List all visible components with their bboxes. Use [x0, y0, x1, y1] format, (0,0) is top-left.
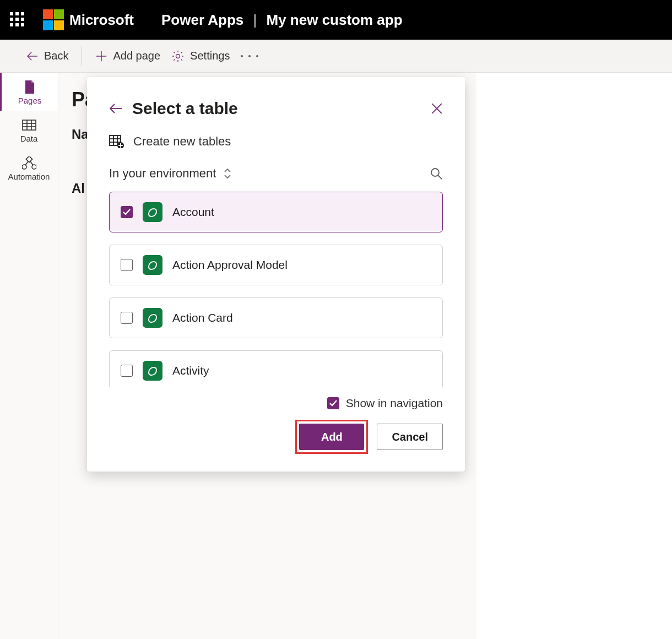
dataverse-table-icon — [143, 361, 162, 381]
add-page-button[interactable]: Add page — [95, 50, 160, 62]
back-arrow-icon[interactable] — [109, 103, 123, 114]
create-new-label: Create new tables — [133, 134, 231, 149]
gear-icon — [171, 50, 185, 63]
cancel-button[interactable]: Cancel — [377, 424, 443, 450]
flow-icon — [21, 156, 37, 170]
dialog-buttons: Add Cancel — [295, 420, 443, 454]
brand-text: Microsoft — [69, 12, 134, 29]
breadcrumb: Power Apps | My new custom app — [161, 12, 403, 29]
dialog-header: Select a table — [109, 99, 443, 118]
table-icon — [21, 118, 37, 132]
table-name: Action Approval Model — [172, 258, 288, 272]
table-item-action-approval-model[interactable]: Action Approval Model — [109, 245, 443, 285]
svg-rect-9 — [26, 156, 32, 163]
table-item-action-card[interactable]: Action Card — [109, 297, 443, 338]
table-plus-icon — [109, 135, 124, 148]
plus-icon — [95, 50, 107, 62]
environment-label: In your environment — [109, 166, 216, 181]
left-nav-rail: Pages Data Automation — [0, 73, 58, 639]
create-new-tables-button[interactable]: Create new tables — [109, 134, 443, 149]
dialog-title: Select a table — [132, 99, 422, 118]
close-icon[interactable] — [431, 102, 443, 115]
svg-line-26 — [438, 175, 442, 179]
rail-item-data[interactable]: Data — [0, 111, 58, 149]
table-name: Action Card — [172, 311, 233, 324]
svg-rect-4 — [23, 120, 36, 130]
app-product-name[interactable]: Power Apps — [161, 12, 243, 28]
show-nav-label: Show in navigation — [346, 397, 443, 410]
table-name: Account — [172, 205, 214, 219]
rail-item-label: Automation — [8, 172, 50, 181]
back-label: Back — [44, 50, 68, 62]
show-in-navigation-option[interactable]: Show in navigation — [327, 397, 443, 410]
tutorial-highlight: Add — [295, 420, 368, 454]
checkbox[interactable] — [121, 365, 133, 377]
microsoft-logo-icon — [43, 9, 64, 30]
dataverse-table-icon — [143, 308, 162, 328]
add-button[interactable]: Add — [299, 424, 364, 450]
checkbox[interactable] — [121, 259, 133, 271]
add-page-label: Add page — [113, 50, 160, 62]
rail-item-automation[interactable]: Automation — [0, 149, 58, 187]
table-name: Activity — [172, 364, 209, 377]
rail-item-pages[interactable]: Pages — [0, 73, 58, 111]
back-button[interactable]: Back — [26, 50, 68, 62]
table-list: Account Action Approval Model Action Car… — [109, 192, 443, 387]
environment-row: In your environment — [109, 166, 443, 181]
page-icon — [22, 80, 37, 94]
preview-pane — [476, 73, 672, 639]
add-label: Add — [321, 431, 343, 443]
environment-dropdown[interactable]: In your environment — [109, 166, 232, 181]
settings-button[interactable]: Settings — [171, 50, 230, 63]
search-icon[interactable] — [430, 167, 443, 180]
dialog-footer: Show in navigation Add Cancel — [109, 397, 443, 454]
toolbar-divider — [82, 46, 82, 66]
checkbox[interactable] — [327, 397, 339, 409]
settings-label: Settings — [190, 50, 230, 62]
table-item-account[interactable]: Account — [109, 192, 443, 232]
svg-line-13 — [30, 161, 33, 165]
app-context-name[interactable]: My new custom app — [267, 12, 403, 28]
cancel-label: Cancel — [392, 431, 428, 443]
svg-line-12 — [25, 161, 28, 165]
checkbox[interactable] — [121, 206, 133, 218]
svg-point-3 — [176, 54, 180, 58]
sort-chevrons-icon — [223, 167, 232, 180]
rail-item-label: Pages — [18, 96, 42, 105]
dataverse-table-icon — [143, 255, 162, 275]
more-button[interactable] — [241, 55, 258, 57]
app-launcher-icon[interactable] — [10, 12, 25, 28]
svg-point-25 — [431, 169, 439, 176]
arrow-left-icon — [26, 51, 39, 61]
top-header: Microsoft Power Apps | My new custom app — [0, 0, 672, 40]
toolbar: Back Add page Settings — [0, 40, 672, 73]
breadcrumb-separator: | — [253, 12, 257, 28]
table-item-activity[interactable]: Activity — [109, 350, 443, 387]
rail-item-label: Data — [20, 134, 38, 143]
checkbox[interactable] — [121, 312, 133, 324]
dataverse-table-icon — [143, 202, 162, 222]
select-table-dialog: Select a table Create new tables In your… — [87, 77, 465, 472]
